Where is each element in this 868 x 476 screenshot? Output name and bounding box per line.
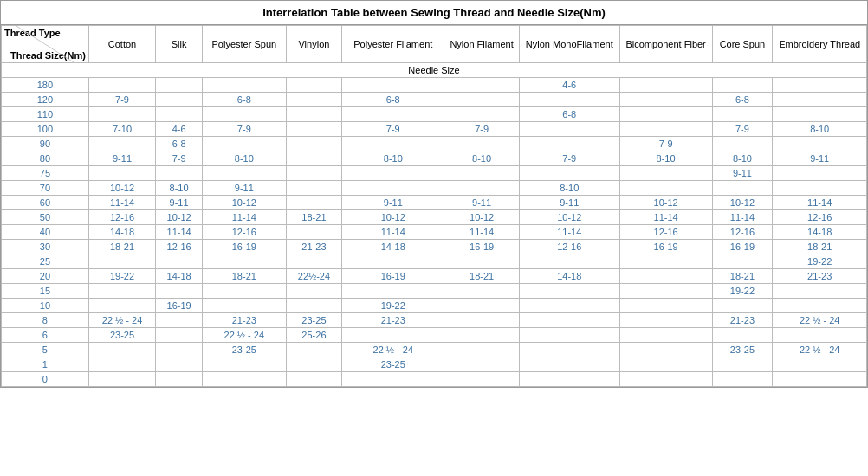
data-cell: 10-12 — [519, 210, 619, 225]
data-cell — [156, 372, 203, 387]
data-cell — [619, 107, 712, 122]
data-cell: 16-19 — [619, 240, 712, 254]
data-cell — [342, 166, 444, 181]
data-cell: 6-8 — [712, 93, 773, 107]
data-cell: 12-16 — [619, 225, 712, 240]
data-cell — [619, 166, 712, 181]
table-row: 0 — [2, 372, 867, 387]
data-cell — [444, 299, 519, 313]
data-cell — [619, 313, 712, 328]
data-table: Thread Type Thread Size(Nm) Cotton Silk … — [1, 25, 867, 387]
data-cell — [156, 107, 203, 122]
data-cell — [619, 78, 712, 93]
data-cell: 21-23 — [712, 313, 773, 328]
data-cell — [202, 166, 286, 181]
thread-size-cell: 20 — [2, 269, 89, 284]
data-cell — [202, 78, 286, 93]
data-cell: 11-14 — [88, 196, 155, 210]
col-header-cotton: Cotton — [88, 26, 155, 63]
data-cell — [202, 284, 286, 299]
table-row: 7010-128-109-118-10 — [2, 181, 867, 196]
data-cell: 21-23 — [202, 313, 286, 328]
data-cell — [286, 151, 341, 166]
data-cell — [712, 299, 773, 313]
data-cell: 8-10 — [773, 122, 867, 137]
thread-size-cell: 100 — [2, 122, 89, 137]
data-cell — [156, 93, 203, 107]
data-cell — [156, 78, 203, 93]
data-cell — [773, 181, 867, 196]
data-cell: 23-25 — [202, 343, 286, 357]
data-cell — [286, 122, 341, 137]
data-cell: 7-9 — [88, 93, 155, 107]
col-header-silk: Silk — [156, 26, 203, 63]
data-cell — [712, 357, 773, 372]
data-cell — [156, 357, 203, 372]
data-cell — [519, 357, 619, 372]
data-cell: 11-14 — [519, 225, 619, 240]
data-cell: 6-8 — [342, 93, 444, 107]
table-row: 759-11 — [2, 166, 867, 181]
data-cell: 8-10 — [444, 151, 519, 166]
data-cell — [619, 284, 712, 299]
data-cell: 22 ½ - 24 — [342, 343, 444, 357]
data-cell — [773, 166, 867, 181]
data-cell: 7-9 — [342, 122, 444, 137]
data-cell: 10-12 — [444, 210, 519, 225]
data-cell: 25-26 — [286, 328, 341, 343]
data-cell — [444, 284, 519, 299]
data-cell — [619, 269, 712, 284]
data-cell: 9-11 — [156, 196, 203, 210]
table-row: 623-2522 ½ - 2425-26 — [2, 328, 867, 343]
data-cell: 22 ½ - 24 — [773, 313, 867, 328]
data-cell — [342, 137, 444, 151]
data-cell — [286, 343, 341, 357]
table-row: 1016-1919-22 — [2, 299, 867, 313]
thread-size-cell: 80 — [2, 151, 89, 166]
data-cell: 9-11 — [342, 196, 444, 210]
data-cell — [88, 299, 155, 313]
data-cell: 8-10 — [156, 181, 203, 196]
data-cell — [619, 254, 712, 269]
data-cell — [712, 107, 773, 122]
data-cell — [773, 137, 867, 151]
data-cell — [342, 78, 444, 93]
outer-wrapper: Interrelation Table between Sewing Threa… — [0, 0, 868, 388]
data-cell: 10-12 — [88, 181, 155, 196]
data-cell: 19-22 — [712, 284, 773, 299]
data-cell: 18-21 — [773, 240, 867, 254]
data-cell: 18-21 — [444, 269, 519, 284]
data-cell: 6-8 — [519, 107, 619, 122]
data-cell — [202, 137, 286, 151]
data-cell — [342, 254, 444, 269]
data-cell — [88, 78, 155, 93]
data-cell: 12-16 — [202, 225, 286, 240]
data-cell: 10-12 — [202, 196, 286, 210]
data-cell — [619, 93, 712, 107]
data-cell — [286, 181, 341, 196]
data-cell — [286, 254, 341, 269]
data-cell: 9-11 — [88, 151, 155, 166]
data-cell: 4-6 — [519, 78, 619, 93]
data-cell: 11-14 — [444, 225, 519, 240]
data-cell: 19-22 — [773, 254, 867, 269]
data-cell — [773, 107, 867, 122]
thread-size-label: Thread Size(Nm) — [4, 50, 86, 61]
thread-size-cell: 110 — [2, 107, 89, 122]
data-cell — [286, 93, 341, 107]
col-header-polyspun: Polyester Spun — [202, 26, 286, 63]
table-row: 1519-22 — [2, 284, 867, 299]
data-cell: 23-25 — [342, 357, 444, 372]
data-cell — [342, 181, 444, 196]
data-cell — [519, 299, 619, 313]
thread-size-cell: 1 — [2, 357, 89, 372]
thread-size-cell: 60 — [2, 196, 89, 210]
data-cell — [286, 299, 341, 313]
table-row: 4014-1811-1412-1611-1411-1411-1412-1612-… — [2, 225, 867, 240]
data-cell: 8-10 — [619, 151, 712, 166]
data-cell — [712, 328, 773, 343]
data-cell — [619, 343, 712, 357]
data-cell — [519, 137, 619, 151]
data-cell — [286, 225, 341, 240]
data-cell: 14-18 — [773, 225, 867, 240]
